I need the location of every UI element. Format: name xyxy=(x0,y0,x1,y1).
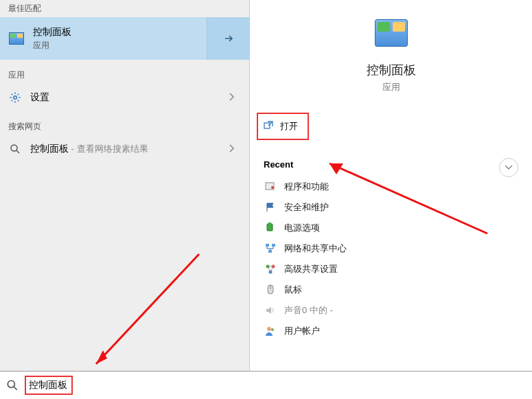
best-match-expand-button[interactable] xyxy=(207,17,249,60)
recent-item-label: 网络和共享中心 xyxy=(284,242,347,255)
open-icon xyxy=(264,121,273,133)
chevron-right-icon xyxy=(229,92,242,104)
section-apps-header: 应用 xyxy=(0,67,249,84)
apps-item-label: 设置 xyxy=(30,91,229,104)
recent-item-power[interactable]: 电源选项 xyxy=(264,218,518,238)
recent-item-mouse[interactable]: 鼠标 xyxy=(264,280,518,300)
web-item-suffix: - 查看网络搜素结果 xyxy=(69,144,148,154)
recent-item-label: 声音0 中的 - xyxy=(284,304,333,317)
recent-header: Recent xyxy=(264,159,518,170)
best-match-title: 控制面板 xyxy=(33,26,207,38)
svg-point-5 xyxy=(271,186,274,189)
open-button[interactable]: 打开 xyxy=(257,113,309,140)
collapse-button[interactable] xyxy=(499,158,518,177)
svg-rect-8 xyxy=(266,244,269,247)
recent-item-label: 电源选项 xyxy=(284,222,320,234)
recent-item-sound[interactable]: 声音0 中的 - xyxy=(264,300,518,321)
svg-rect-6 xyxy=(267,224,273,231)
preview-subtitle: 应用 xyxy=(382,81,400,93)
apps-item-settings[interactable]: 设置 xyxy=(0,84,249,111)
section-web-header: 搜索网页 xyxy=(0,118,249,135)
arrow-right-icon xyxy=(223,33,234,44)
svg-point-0 xyxy=(14,96,17,100)
svg-rect-9 xyxy=(272,244,275,247)
recent-item-security[interactable]: 安全和维护 xyxy=(264,197,518,218)
control-panel-icon xyxy=(375,19,408,52)
web-item-text: 控制面板 xyxy=(30,143,69,154)
recent-item-users[interactable]: 用户帐户 xyxy=(264,321,518,341)
recent-item-sharing[interactable]: 高级共享设置 xyxy=(264,259,518,280)
svg-line-2 xyxy=(16,150,19,153)
svg-rect-7 xyxy=(268,223,271,225)
best-match-subtitle: 应用 xyxy=(33,40,207,52)
mouse-icon xyxy=(264,284,277,295)
users-icon xyxy=(264,326,277,337)
preview-title: 控制面板 xyxy=(367,62,416,78)
preview-panel: 控制面板 应用 打开 Recent 程序和功能 安全和维护 电源选项 网络和共享… xyxy=(250,0,532,371)
programs-icon xyxy=(264,181,277,192)
search-input[interactable] xyxy=(25,376,73,395)
control-panel-icon xyxy=(0,32,33,45)
web-item[interactable]: 控制面板 - 查看网络搜素结果 xyxy=(0,135,249,163)
network-icon xyxy=(264,243,277,254)
recent-item-label: 用户帐户 xyxy=(284,325,320,337)
svg-point-17 xyxy=(271,328,274,331)
svg-point-1 xyxy=(11,145,17,151)
recent-item-label: 鼠标 xyxy=(284,284,302,296)
svg-point-18 xyxy=(8,380,14,387)
svg-point-16 xyxy=(267,327,271,331)
open-label: 打开 xyxy=(280,120,298,133)
recent-item-label: 安全和维护 xyxy=(284,201,329,214)
power-icon xyxy=(264,223,277,233)
search-bar xyxy=(0,371,532,399)
search-icon xyxy=(0,379,25,391)
recent-item-label: 程序和功能 xyxy=(284,181,329,193)
speaker-icon xyxy=(264,305,277,316)
search-icon xyxy=(7,144,23,155)
chevron-right-icon xyxy=(229,144,242,155)
best-match-item[interactable]: 控制面板 应用 xyxy=(0,17,249,60)
flag-icon xyxy=(264,202,277,213)
svg-line-19 xyxy=(14,387,17,390)
chevron-down-icon xyxy=(504,164,513,171)
section-best-match-header: 最佳匹配 xyxy=(0,0,249,17)
svg-rect-10 xyxy=(268,250,272,253)
recent-item-label: 高级共享设置 xyxy=(284,263,338,275)
recent-item-network[interactable]: 网络和共享中心 xyxy=(264,238,518,259)
results-panel: 最佳匹配 控制面板 应用 应用 设置 搜索网页 控制面板 - 查看网络搜素结果 xyxy=(0,0,250,371)
sharing-icon xyxy=(264,264,277,275)
gear-icon xyxy=(7,91,23,104)
recent-item-programs[interactable]: 程序和功能 xyxy=(264,176,518,197)
